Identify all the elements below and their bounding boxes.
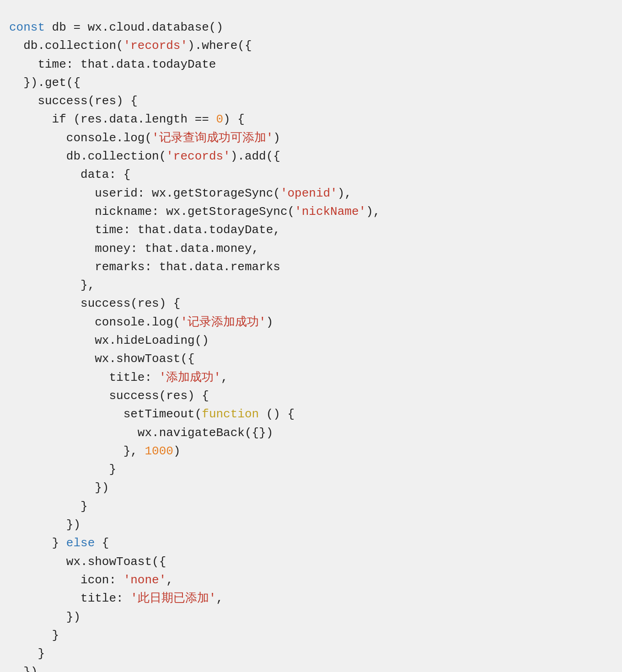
token-normal: if (res.data.length == — [9, 112, 216, 126]
token-string: 'records' — [123, 39, 188, 53]
code-line: title: '添加成功', — [9, 368, 613, 387]
token-normal: success(res) { — [9, 94, 138, 108]
token-normal: }).get({ — [9, 76, 80, 90]
token-normal: db.collection( — [9, 149, 166, 163]
token-normal: , — [166, 573, 173, 587]
code-line: icon: 'none', — [9, 571, 613, 589]
code-line: remarks: that.data.remarks — [9, 258, 613, 276]
code-line: setTimeout(function () { — [9, 405, 613, 423]
token-normal: data: { — [9, 168, 130, 181]
token-normal: wx.navigateBack({}) — [9, 426, 273, 440]
code-line: time: that.data.todayDate — [9, 55, 613, 74]
token-keyword-blue: else — [59, 536, 95, 550]
token-normal: }) — [9, 610, 80, 624]
token-normal: }, — [9, 278, 95, 292]
code-line: } — [9, 497, 613, 516]
token-string: '此日期已添加' — [130, 592, 216, 605]
token-normal: }) — [9, 665, 38, 672]
token-normal: ), — [338, 187, 352, 200]
code-line: userid: wx.getStorageSync('openid'), — [9, 184, 613, 203]
code-line: } — [9, 460, 613, 479]
token-normal: icon: — [9, 573, 123, 587]
token-normal: } — [9, 500, 88, 513]
token-normal: , — [221, 371, 228, 384]
token-string: '添加成功' — [159, 371, 221, 384]
token-number: 0 — [216, 112, 223, 126]
token-normal: wx.showToast({ — [9, 555, 166, 569]
token-normal: }) — [9, 481, 109, 495]
token-string: '记录查询成功可添加' — [152, 131, 273, 145]
token-string: 'none' — [123, 573, 166, 587]
token-normal: () { — [259, 407, 295, 421]
code-line: }) — [9, 516, 613, 534]
token-normal: }) — [9, 518, 80, 532]
token-normal: title: — [9, 371, 159, 384]
token-string: 'nickName' — [295, 205, 366, 219]
code-line: }, — [9, 276, 613, 294]
token-normal: { — [95, 536, 109, 550]
code-line: } — [9, 626, 613, 645]
token-normal: db.collection( — [9, 39, 123, 53]
token-normal: } — [9, 647, 45, 661]
token-keyword-blue: const — [9, 21, 45, 34]
token-normal: } — [9, 463, 116, 476]
token-normal: ).add({ — [231, 149, 280, 163]
token-normal: success(res) { — [9, 297, 180, 310]
token-normal: ) — [273, 131, 280, 145]
code-line: console.log('记录查询成功可添加') — [9, 129, 613, 147]
code-line: db.collection('records').add({ — [9, 147, 613, 165]
token-normal: }, — [9, 444, 145, 458]
token-normal: money: that.data.money, — [9, 242, 259, 256]
token-normal: userid: wx.getStorageSync( — [9, 187, 280, 200]
code-line: wx.showToast({ — [9, 553, 613, 571]
code-line: const db = wx.cloud.database() — [9, 18, 613, 37]
token-normal: setTimeout( — [9, 407, 202, 421]
token-normal: db = wx.cloud.database() — [45, 21, 223, 34]
token-normal: } — [9, 536, 59, 550]
code-line: success(res) { — [9, 92, 613, 110]
code-editor: const db = wx.cloud.database() db.collec… — [5, 9, 617, 672]
code-line: db.collection('records').where({ — [9, 37, 613, 55]
code-line: wx.showToast({ — [9, 350, 613, 368]
code-line: } — [9, 645, 613, 663]
token-normal: success(res) { — [9, 389, 209, 403]
code-content: const db = wx.cloud.database() db.collec… — [9, 18, 613, 672]
token-normal: console.log( — [9, 315, 180, 329]
token-normal: wx.showToast({ — [9, 352, 195, 366]
token-number: 1000 — [145, 444, 173, 458]
code-line: nickname: wx.getStorageSync('nickName'), — [9, 203, 613, 221]
code-line: }) — [9, 608, 613, 626]
token-normal: title: — [9, 592, 130, 605]
token-normal: time: that.data.todayDate, — [9, 223, 280, 237]
code-line: if (res.data.length == 0) { — [9, 110, 613, 128]
code-line: }) — [9, 479, 613, 497]
code-line: }).get({ — [9, 74, 613, 92]
token-normal: ).where({ — [188, 39, 252, 53]
token-normal: time: that.data.todayDate — [9, 58, 216, 71]
token-normal: remarks: that.data.remarks — [9, 260, 280, 274]
token-string: 'records' — [166, 149, 230, 163]
token-normal: ) — [266, 315, 273, 329]
token-normal: ) — [173, 444, 181, 458]
token-function-name: function — [202, 407, 259, 421]
token-normal: nickname: wx.getStorageSync( — [9, 205, 295, 219]
token-normal: ), — [366, 205, 380, 219]
token-string: 'openid' — [280, 187, 338, 200]
code-line: wx.navigateBack({}) — [9, 424, 613, 442]
code-line: title: '此日期已添加', — [9, 589, 613, 608]
code-line: data: { — [9, 165, 613, 184]
token-string: '记录添加成功' — [180, 315, 266, 329]
token-normal: , — [216, 592, 223, 605]
code-line: }, 1000) — [9, 442, 613, 460]
token-normal: console.log( — [9, 131, 152, 145]
code-line: success(res) { — [9, 294, 613, 313]
code-line: } else { — [9, 534, 613, 552]
code-line: }) — [9, 663, 613, 672]
code-line: wx.hideLoading() — [9, 331, 613, 350]
token-normal: ) { — [223, 112, 245, 126]
token-normal: wx.hideLoading() — [9, 334, 209, 347]
code-line: money: that.data.money, — [9, 240, 613, 258]
code-line: success(res) { — [9, 387, 613, 405]
code-line: console.log('记录添加成功') — [9, 313, 613, 331]
token-normal: } — [9, 629, 59, 642]
